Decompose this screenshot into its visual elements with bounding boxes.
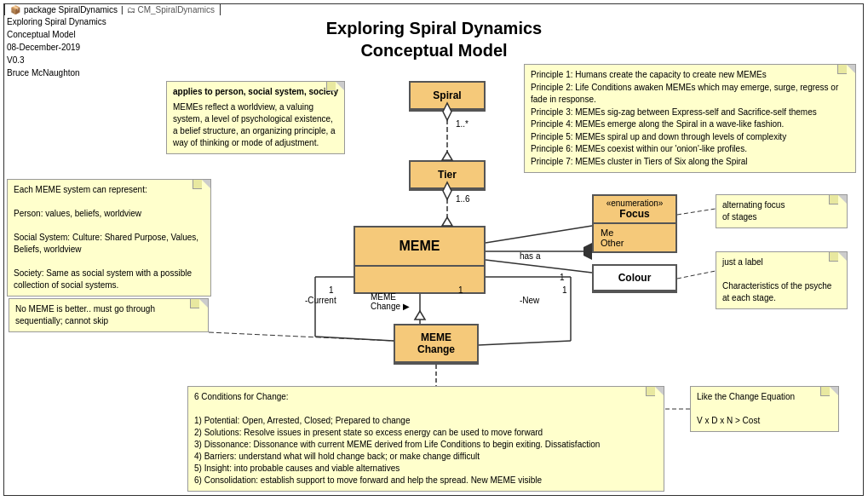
info-line2: Conceptual Model — [7, 28, 106, 41]
note-alternating-focus: alternating focusof stages — [716, 194, 848, 228]
note-change-eq-text: Like the Change Equation V x D x N > Cos… — [697, 391, 832, 427]
label-1-right: 1 — [562, 285, 567, 295]
label-has-a: has a — [520, 251, 540, 261]
package-label: package SpiralDynamics — [24, 5, 118, 14]
note-conditions: 6 Conditions for Change: 1) Potential: O… — [187, 386, 664, 492]
label-1star: 1..* — [456, 119, 468, 129]
label-new: -New — [520, 296, 539, 305]
note-principles-text: Principle 1: Humans create the capacity … — [531, 69, 849, 168]
note-just-label: just a label Characteristics of the psyc… — [716, 251, 848, 309]
info-line1: Exploring Spiral Dynamics — [7, 15, 106, 28]
class-meme: MEME — [354, 226, 486, 294]
info-line5: Bruce McNaughton — [7, 66, 106, 79]
label-meme-change-bottom: MEMEChange ▶ — [371, 292, 410, 311]
info-line4: V0.3 — [7, 54, 106, 66]
note-no-meme-text: No MEME is better.. must go through sequ… — [15, 303, 202, 327]
note-just-label-text: just a label Characteristics of the psyc… — [722, 256, 841, 304]
note-principles: Principle 1: Humans create the capacity … — [524, 64, 856, 173]
note-applies-body: MEMEs reflect a worldview, a valuing sys… — [173, 101, 338, 149]
title-line2: Conceptual Model — [0, 39, 868, 61]
note-meme-system: Each MEME system can represent: Person: … — [7, 179, 211, 297]
focus-attr-other: Other — [601, 238, 669, 248]
class-tier-name: Tier — [411, 162, 484, 189]
package-tab: 📦 package SpiralDynamics | 🗂 CM_SpiralDy… — [4, 3, 221, 15]
note-applies: applies to person, social system, societ… — [166, 81, 345, 154]
class-focus-name: «enumeration» Focus — [594, 196, 675, 224]
label-1-meme-current: 1 — [329, 285, 334, 295]
focus-stereotype: «enumeration» — [606, 199, 664, 208]
note-meme-system-text: Each MEME system can represent: Person: … — [14, 184, 204, 291]
class-meme-change-name: MEMEChange — [395, 325, 477, 363]
note-no-meme: No MEME is better.. must go through sequ… — [9, 298, 209, 332]
class-tier: Tier — [409, 160, 486, 191]
info-line3: 08-December-2019 — [7, 41, 106, 54]
focus-attr-me: Me — [601, 227, 669, 238]
class-colour: Colour — [592, 264, 677, 293]
class-colour-name: Colour — [594, 266, 675, 291]
info-block: Exploring Spiral Dynamics Conceptual Mod… — [7, 15, 106, 79]
note-alt-focus-text: alternating focusof stages — [722, 199, 841, 223]
class-spiral-name: Spiral — [411, 83, 484, 110]
label-1-colour: 1 — [560, 273, 565, 282]
package-icon: 📦 — [10, 5, 20, 14]
label-1-mid: 1 — [458, 285, 463, 295]
class-meme-body — [355, 267, 484, 292]
class-focus-body: Me Other — [594, 224, 675, 251]
class-meme-name: MEME — [355, 227, 484, 267]
package-separator: | — [121, 5, 124, 14]
label-current: -Current — [305, 296, 336, 305]
class-meme-change: MEMEChange — [394, 324, 479, 365]
note-change-equation: Like the Change Equation V x D x N > Cos… — [690, 386, 839, 432]
note-conditions-text: 6 Conditions for Change: 1) Potential: O… — [194, 391, 658, 487]
focus-name: Focus — [619, 208, 649, 220]
class-focus: «enumeration» Focus Me Other — [592, 194, 677, 253]
class-spiral: Spiral — [409, 81, 486, 112]
title-line1: Exploring Spiral Dynamics — [0, 17, 868, 39]
cm-label: 🗂 CM_SpiralDynamics — [127, 5, 215, 14]
main-title: Exploring Spiral Dynamics Conceptual Mod… — [0, 17, 868, 61]
note-applies-text: applies to person, social system, societ… — [173, 86, 338, 98]
label-1to6: 1..6 — [456, 194, 470, 204]
